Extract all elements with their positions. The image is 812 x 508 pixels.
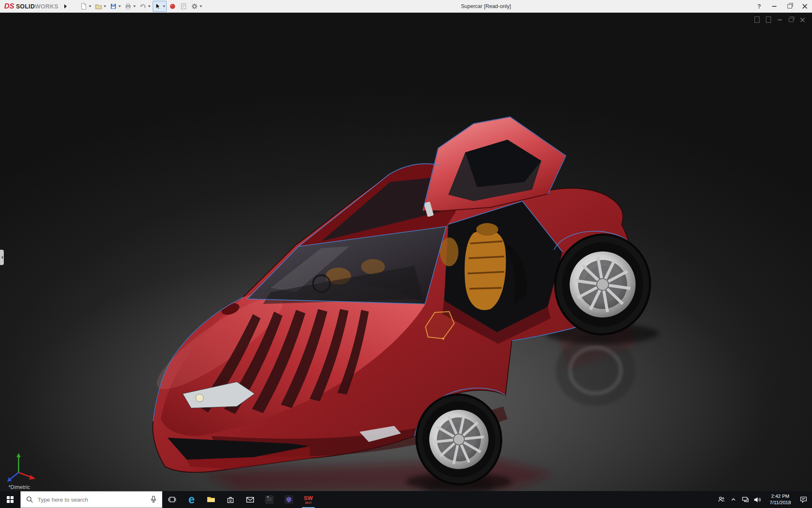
search-icon [26, 496, 33, 503]
chevron-down-icon [163, 6, 165, 7]
doc-close-button[interactable] [799, 16, 806, 23]
restore-button[interactable] [785, 2, 794, 11]
view-orientation-label: *Dimetric [8, 484, 30, 490]
task-view-icon [167, 495, 177, 504]
folder-icon [206, 494, 216, 505]
file-explorer-button[interactable] [201, 491, 221, 508]
chevron-down-icon [118, 6, 121, 7]
doc-restore-button[interactable] [787, 16, 795, 23]
clock-date: 7/11/2018 [765, 500, 796, 506]
select-button[interactable] [153, 1, 167, 12]
window-controls: ? [754, 0, 809, 13]
document-title: Supercar [Read-only] [461, 0, 511, 13]
help-button[interactable]: ? [754, 2, 764, 11]
people-icon [717, 495, 726, 504]
document-window-controls [753, 16, 806, 23]
panel-collapse-tab[interactable] [0, 250, 4, 265]
doc-minimize-button[interactable] [776, 16, 783, 23]
windows-logo-icon [7, 496, 14, 503]
task-view-button[interactable] [162, 491, 182, 508]
print-button[interactable] [123, 1, 137, 12]
window-icon [766, 17, 771, 23]
taskbar-search[interactable] [20, 491, 162, 508]
dark-window-app-button[interactable] [260, 491, 279, 508]
menu-flyout-button[interactable] [62, 2, 69, 11]
solidworks-logo: DS SOLIDWORKS [0, 2, 58, 11]
new-document-icon [80, 3, 88, 10]
app-titlebar: DS SOLIDWORKS Supercar [Rea [0, 0, 812, 13]
network-button[interactable] [739, 491, 751, 508]
network-icon [741, 496, 749, 503]
envelope-icon [245, 495, 255, 505]
minimize-button[interactable] [770, 2, 779, 11]
select-cursor-icon [154, 3, 162, 10]
chevron-up-icon [730, 496, 737, 503]
search-input[interactable] [37, 496, 145, 503]
start-button[interactable] [0, 491, 20, 508]
window-icon [754, 17, 760, 23]
volume-button[interactable] [751, 491, 763, 508]
restore-icon [787, 4, 792, 8]
save-icon [110, 3, 117, 10]
notification-icon [799, 495, 808, 504]
windows-taskbar: e SW 2017 2:42 PM 7/ [0, 491, 812, 508]
dark-window-icon [264, 494, 274, 505]
shopping-bag-icon [226, 495, 235, 504]
save-button[interactable] [108, 1, 122, 12]
restore-icon [789, 18, 793, 22]
action-center-button[interactable] [798, 491, 809, 508]
close-button[interactable] [800, 2, 809, 11]
open-folder-icon [95, 3, 102, 10]
chevron-down-icon [148, 6, 151, 7]
solidworks-app-button[interactable]: SW 2017 [299, 491, 318, 508]
left-arrow-icon [1, 256, 3, 259]
microphone-icon[interactable] [149, 495, 158, 504]
quick-access-toolbar [79, 1, 203, 12]
solidworks-2017-icon: SW 2017 [304, 495, 313, 504]
options-button[interactable] [189, 1, 203, 12]
clock-time: 2:42 PM [765, 493, 796, 500]
rebuild-icon [169, 3, 176, 10]
chevron-down-icon [200, 6, 202, 7]
system-tray: 2:42 PM 7/11/2018 [716, 491, 812, 508]
tray-overflow-button[interactable] [727, 491, 739, 508]
people-button[interactable] [716, 491, 727, 508]
new-document-button[interactable] [79, 1, 93, 12]
close-icon [802, 4, 807, 9]
tile-window-button[interactable] [765, 16, 772, 23]
minimize-icon [772, 6, 776, 7]
3d-viewport[interactable]: *Dimetric [0, 13, 812, 491]
taskbar-clock[interactable]: 2:42 PM 7/11/2018 [763, 493, 798, 506]
undo-button[interactable] [138, 1, 152, 12]
chevron-down-icon [133, 6, 136, 7]
open-button[interactable] [93, 1, 107, 12]
edge-browser-button[interactable]: e [182, 491, 201, 508]
close-icon [800, 17, 805, 22]
new-window-button[interactable] [753, 16, 760, 23]
cube-icon [284, 494, 294, 505]
logo-text-solid: SOLID [16, 3, 35, 10]
rebuild-button[interactable] [167, 1, 178, 12]
speaker-icon [753, 496, 761, 504]
file-properties-icon [180, 3, 187, 10]
dassault-ds-icon: DS [4, 2, 14, 11]
print-icon [124, 3, 132, 10]
edge-icon: e [188, 494, 195, 505]
gear-icon [191, 3, 198, 10]
store-button[interactable] [221, 491, 240, 508]
cube-app-button[interactable] [279, 491, 299, 508]
chevron-down-icon [104, 6, 106, 7]
car-model-render [0, 13, 812, 491]
orientation-triad [7, 453, 36, 482]
minimize-icon [778, 19, 782, 20]
mail-button[interactable] [240, 491, 260, 508]
undo-icon [139, 3, 147, 10]
chevron-down-icon [89, 6, 91, 7]
logo-text-works: WORKS [35, 3, 58, 10]
file-properties-button[interactable] [178, 1, 189, 12]
right-arrow-icon [64, 4, 67, 8]
